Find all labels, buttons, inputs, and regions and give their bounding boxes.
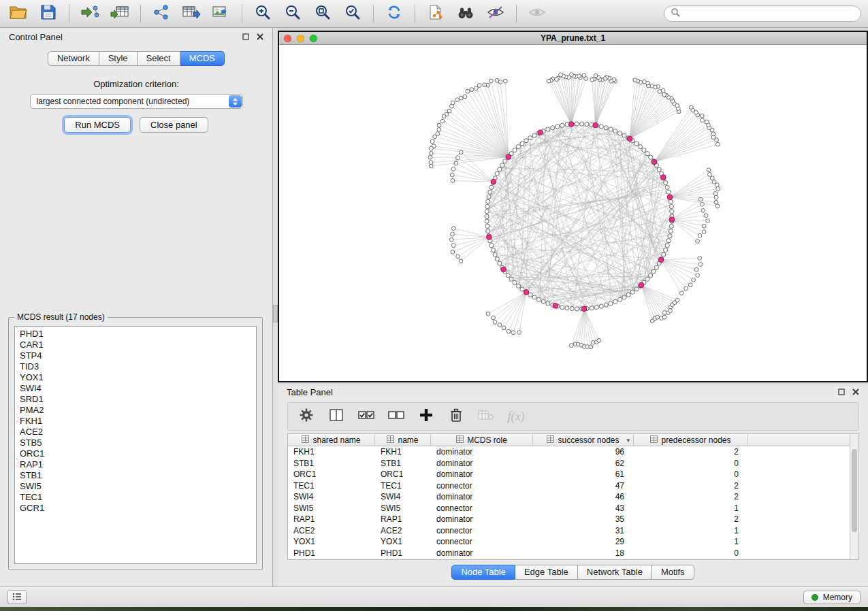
preview-button[interactable] — [526, 3, 549, 24]
table-tab-edge-table[interactable]: Edge Table — [515, 565, 578, 580]
mcds-result-list[interactable]: PHD1CAR1STP4TID3YOX1SWI4SRD1PMA2FKH1ACE2… — [14, 326, 257, 564]
select-all-columns-button[interactable] — [356, 406, 376, 427]
table-cell: 1 — [634, 526, 748, 535]
zoom-fit-button[interactable] — [311, 3, 334, 24]
mcds-result-item[interactable]: STB1 — [15, 470, 256, 481]
scrollbar-thumb[interactable] — [852, 449, 857, 532]
share-document-button[interactable] — [424, 3, 447, 24]
network-canvas[interactable] — [279, 45, 867, 380]
mcds-result-item[interactable]: TID3 — [15, 361, 256, 372]
delete-table-button[interactable] — [476, 406, 496, 427]
binoculars-icon — [456, 4, 475, 23]
run-mcds-button[interactable]: Run MCDS — [64, 117, 131, 133]
mcds-result-item[interactable]: ACE2 — [15, 427, 256, 437]
column-header-predecessor-nodes[interactable]: predecessor nodes — [634, 434, 748, 446]
table-row[interactable]: YOX1YOX1connector291 — [288, 536, 858, 548]
control-panel-title: Control Panel — [9, 32, 63, 42]
table-cell: 43 — [533, 503, 634, 513]
memory-button[interactable]: Memory — [803, 591, 861, 604]
mcds-result-item[interactable]: YOX1 — [15, 372, 256, 383]
tab-style[interactable]: Style — [99, 51, 138, 66]
open-session-button[interactable] — [7, 3, 30, 24]
close-panel-button[interactable]: Close panel — [140, 117, 208, 133]
mcds-result-item[interactable]: FKH1 — [15, 416, 256, 427]
table-row[interactable]: STB1STB1dominator620 — [288, 458, 858, 469]
splitter-handle[interactable] — [273, 305, 278, 323]
network-title: YPA_prune.txt_1 — [279, 33, 867, 43]
unselect-all-columns-button[interactable] — [386, 406, 406, 427]
share-document-icon — [428, 4, 444, 23]
table-cell: SWI5 — [288, 503, 375, 513]
table-row[interactable]: SWI4SWI4dominator462 — [288, 491, 858, 503]
import-table-button[interactable] — [108, 3, 131, 24]
tab-mcds[interactable]: MCDS — [180, 51, 225, 66]
window-close-button[interactable] — [284, 35, 291, 42]
window-zoom-button[interactable] — [310, 35, 317, 42]
tab-network[interactable]: Network — [48, 51, 99, 66]
control-panel-tabs: NetworkStyleSelectMCDS — [0, 51, 272, 66]
column-header-name[interactable]: name — [375, 434, 431, 446]
table-cell: YOX1 — [288, 537, 375, 546]
table-scrollbar[interactable] — [850, 434, 858, 559]
open-folder-icon — [9, 4, 28, 23]
table-row[interactable]: TEC1TEC1connector472 — [288, 480, 858, 492]
toggle-style-button[interactable] — [484, 3, 507, 24]
float-panel-button[interactable] — [242, 33, 249, 40]
column-header-successor-nodes[interactable]: successor nodes▾ — [533, 434, 634, 446]
table-cell: ORC1 — [288, 469, 375, 479]
mcds-result-item[interactable]: SRD1 — [15, 394, 256, 405]
mcds-result-item[interactable]: TEC1 — [15, 492, 256, 503]
table-row[interactable]: ACE2ACE2connector311 — [288, 525, 858, 537]
mcds-result-item[interactable]: GCR1 — [15, 503, 256, 514]
zoom-in-button[interactable] — [251, 3, 274, 24]
save-session-button[interactable] — [37, 3, 60, 24]
table-row[interactable]: ORC1ORC1dominator610 — [288, 469, 858, 480]
window-minimize-button[interactable] — [297, 35, 304, 42]
column-header-shared-name[interactable]: shared name — [288, 434, 375, 446]
network-window-titlebar[interactable]: YPA_prune.txt_1 — [279, 32, 867, 45]
mcds-result-item[interactable]: SWI4 — [15, 383, 256, 394]
export-network-button[interactable] — [150, 3, 173, 24]
zoom-out-button[interactable] — [281, 3, 304, 24]
table-row[interactable]: PHD1PHD1dominator180 — [288, 548, 858, 559]
float-table-panel-button[interactable] — [838, 389, 845, 395]
add-column-button[interactable] — [416, 406, 436, 427]
refresh-layout-button[interactable] — [383, 3, 406, 24]
mcds-result-item[interactable]: STB5 — [15, 437, 256, 448]
table-row[interactable]: RAP1RAP1dominator352 — [288, 514, 858, 525]
import-network-button[interactable] — [78, 3, 101, 24]
mcds-result-item[interactable]: RAP1 — [15, 459, 256, 470]
table-cell: connector — [431, 537, 533, 546]
table-tab-node-table[interactable]: Node Table — [451, 565, 515, 580]
show-columns-button[interactable] — [326, 406, 347, 427]
function-builder-button[interactable]: f(x) — [506, 406, 526, 427]
zoom-selected-button[interactable] — [341, 3, 364, 24]
close-table-panel-button[interactable] — [852, 389, 859, 395]
table-grid-icon — [456, 435, 464, 445]
mcds-result-item[interactable]: SWI5 — [15, 481, 256, 492]
table-cell: 29 — [533, 537, 634, 546]
close-panel-icon-button[interactable] — [257, 33, 263, 40]
delete-column-button[interactable] — [446, 406, 466, 427]
find-button[interactable] — [454, 3, 477, 24]
table-row[interactable]: FKH1FKH1dominator962 — [288, 446, 858, 458]
column-menu-caret-icon[interactable]: ▾ — [626, 437, 630, 444]
export-table-button[interactable] — [180, 3, 203, 24]
criterion-dropdown[interactable]: largest connected component (undirected) — [30, 94, 243, 109]
table-row[interactable]: SWI5SWI5connector431 — [288, 503, 858, 514]
mcds-result-item[interactable]: PMA2 — [15, 405, 256, 416]
table-settings-button[interactable] — [296, 406, 317, 427]
table-tab-network-table[interactable]: Network Table — [578, 565, 652, 580]
status-menu-button[interactable] — [7, 590, 27, 604]
table-tab-motifs[interactable]: Motifs — [652, 565, 694, 580]
tab-select[interactable]: Select — [138, 51, 180, 66]
table-cell: connector — [431, 481, 533, 491]
table-cell: dominator — [431, 492, 533, 501]
mcds-result-item[interactable]: STP4 — [15, 350, 256, 361]
export-image-button[interactable] — [210, 3, 233, 24]
mcds-result-item[interactable]: PHD1 — [15, 329, 256, 340]
mcds-result-item[interactable]: CAR1 — [15, 340, 256, 350]
mcds-result-item[interactable]: ORC1 — [15, 448, 256, 459]
column-header-MCDS-role[interactable]: MCDS role — [431, 434, 533, 446]
search-input[interactable] — [684, 9, 854, 18]
